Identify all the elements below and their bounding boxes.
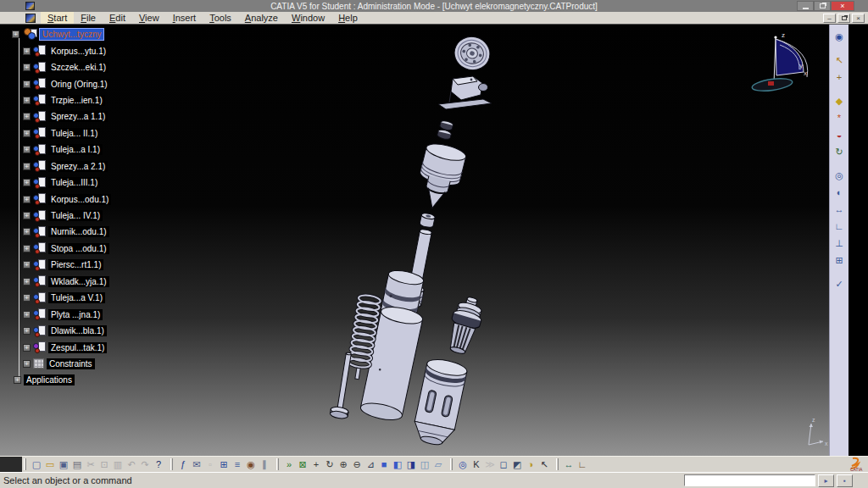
expand-icon[interactable]: + bbox=[23, 113, 31, 120]
power-input-field[interactable] bbox=[684, 474, 815, 486]
tree-row[interactable]: +Sprezy...a 2.1) bbox=[0, 158, 111, 175]
tree-row[interactable]: +Oring (Oring.1) bbox=[0, 75, 111, 92]
expand-icon[interactable]: + bbox=[23, 146, 31, 153]
toolbar-handle[interactable] bbox=[450, 458, 453, 470]
update-icon[interactable]: ↻ bbox=[832, 145, 847, 158]
rotate-icon[interactable]: ↻ bbox=[323, 458, 337, 471]
manipulation-icon[interactable]: + bbox=[832, 70, 847, 84]
minimize-button[interactable] bbox=[797, 1, 814, 11]
expand-icon[interactable]: + bbox=[23, 360, 31, 368]
part-pin[interactable] bbox=[330, 352, 358, 420]
film-icon[interactable]: ∥ bbox=[258, 458, 271, 471]
mdi-close-button[interactable]: × bbox=[852, 14, 865, 23]
expand-icon[interactable]: + bbox=[23, 228, 31, 236]
tree-row[interactable]: +Korpus...ytu.1) bbox=[0, 42, 111, 58]
turntable-icon[interactable]: ◎ bbox=[456, 458, 470, 471]
part-coupler[interactable] bbox=[420, 213, 436, 229]
relations-icon[interactable]: ≡ bbox=[231, 458, 244, 471]
expand-icon[interactable]: + bbox=[23, 196, 31, 203]
hide-show-icon[interactable]: K bbox=[470, 458, 483, 471]
toolbar-handle[interactable] bbox=[24, 458, 26, 470]
tree-row[interactable]: +Zespul...tak.1) bbox=[0, 339, 111, 355]
coincidence-constraint-icon[interactable]: ◎ bbox=[832, 169, 847, 182]
compass[interactable]: z y x bbox=[751, 31, 807, 93]
zoom-in-icon[interactable]: ⊕ bbox=[337, 458, 350, 471]
measure-item-icon[interactable]: ∟ bbox=[576, 458, 589, 471]
contact-constraint-icon[interactable]: ◐ bbox=[832, 186, 847, 199]
toolbar-handle[interactable] bbox=[170, 458, 173, 470]
lock-icon[interactable]: ◉ bbox=[244, 458, 258, 471]
tree-row[interactable]: +Szczek...eki.1) bbox=[0, 59, 111, 75]
part-bracket[interactable] bbox=[438, 76, 492, 109]
expand-icon[interactable]: + bbox=[23, 97, 31, 104]
offset-constraint-icon[interactable]: ↔ bbox=[832, 202, 847, 216]
measure-between-icon[interactable]: ↔ bbox=[562, 458, 576, 471]
explode-icon[interactable]: * bbox=[832, 111, 847, 125]
expand-icon[interactable]: + bbox=[23, 344, 31, 352]
expand-icon[interactable]: + bbox=[23, 179, 31, 186]
zoom-out-icon[interactable]: ⊖ bbox=[350, 458, 364, 471]
whats-this-icon[interactable]: ? bbox=[152, 458, 165, 471]
expand-icon[interactable]: + bbox=[23, 327, 31, 335]
open-icon[interactable]: ▭ bbox=[43, 458, 57, 471]
select-icon[interactable]: ↖ bbox=[832, 53, 847, 67]
tree-row[interactable]: +Korpus...odu.1) bbox=[0, 191, 111, 207]
status-button-2[interactable]: ▪ bbox=[837, 474, 853, 487]
formula-icon[interactable]: ƒ bbox=[176, 458, 190, 471]
menu-start[interactable]: Start bbox=[41, 12, 74, 24]
status-button-1[interactable]: ▸ bbox=[818, 474, 834, 487]
mdi-minimize-button[interactable]: – bbox=[823, 14, 836, 23]
menu-tools[interactable]: Tools bbox=[203, 12, 238, 24]
fix-together-icon[interactable]: ⊞ bbox=[832, 253, 847, 267]
product-structure-icon[interactable]: ◉ bbox=[832, 30, 847, 43]
tree-row[interactable]: +Constraints bbox=[0, 356, 111, 372]
expand-icon[interactable]: + bbox=[12, 30, 19, 38]
expand-icon[interactable]: + bbox=[23, 311, 31, 319]
quick-constraint-icon[interactable]: ✓ bbox=[832, 277, 847, 291]
expand-icon[interactable]: + bbox=[14, 376, 21, 384]
viewport[interactable]: z y x z x +Uchwyt...tyczny+Korpus...ytu.… bbox=[0, 25, 868, 456]
expand-icon[interactable]: + bbox=[23, 261, 31, 269]
tree-row[interactable]: +Tuleja... IV.1) bbox=[0, 208, 111, 224]
angle-constraint-icon[interactable]: ∟ bbox=[832, 219, 847, 233]
expand-icon[interactable]: + bbox=[23, 64, 31, 71]
tree-row[interactable]: +Tuleja...a I.1) bbox=[0, 141, 111, 158]
wireframe-view-icon[interactable]: ◨ bbox=[404, 458, 418, 471]
menu-edit[interactable]: Edit bbox=[103, 12, 132, 24]
expand-icon[interactable]: + bbox=[23, 245, 31, 252]
clash-icon[interactable]: ◒ bbox=[832, 128, 847, 141]
depth-effect-icon[interactable]: ◩ bbox=[510, 458, 524, 471]
design-table-icon[interactable]: ⊞ bbox=[217, 458, 231, 471]
3d-model-canvas[interactable]: z y x z x bbox=[0, 25, 868, 456]
tree-row[interactable]: +Applications bbox=[0, 372, 111, 388]
expand-icon[interactable]: + bbox=[23, 163, 31, 170]
tree-row[interactable]: +Piersc...rt1.1) bbox=[0, 257, 111, 273]
pan-icon[interactable]: + bbox=[309, 458, 323, 471]
tree-row[interactable]: +Uchwyt...tyczny bbox=[0, 26, 111, 42]
part-valve-stack[interactable] bbox=[443, 294, 487, 357]
new-document-icon[interactable]: ▢ bbox=[30, 458, 43, 471]
part-lower-body[interactable] bbox=[411, 357, 469, 448]
render-style-icon[interactable]: ▱ bbox=[431, 458, 445, 471]
tree-row[interactable]: +Tuleja... II.1) bbox=[0, 125, 111, 141]
fly-mode-icon[interactable]: » bbox=[282, 458, 296, 471]
tree-row[interactable]: +Tuleja...III.1) bbox=[0, 175, 111, 191]
part-upper-drum[interactable] bbox=[413, 141, 468, 213]
shaded-view-icon[interactable]: ■ bbox=[377, 458, 391, 471]
lighting-icon[interactable]: ◑ bbox=[524, 458, 537, 471]
part-cover-disc[interactable] bbox=[451, 33, 493, 74]
normal-view-icon[interactable]: ⊿ bbox=[364, 458, 377, 471]
menu-analyze[interactable]: Analyze bbox=[238, 12, 285, 24]
tree-row[interactable]: +Trzpie...ien.1) bbox=[0, 92, 111, 108]
menu-insert[interactable]: Insert bbox=[166, 12, 203, 24]
multi-view-icon[interactable]: ◫ bbox=[418, 458, 431, 471]
expand-icon[interactable]: + bbox=[23, 130, 31, 137]
magnifier-icon[interactable]: ◻ bbox=[497, 458, 510, 471]
toolbar-handle[interactable] bbox=[276, 458, 279, 470]
restore-button[interactable] bbox=[814, 1, 831, 11]
tree-row[interactable]: +Sprezy...a 1.1) bbox=[0, 108, 111, 125]
smart-move-icon[interactable]: ◆ bbox=[832, 94, 847, 108]
expand-icon[interactable]: + bbox=[23, 47, 31, 55]
expand-icon[interactable]: + bbox=[23, 80, 31, 88]
tree-row[interactable]: +Tuleja...a V.1) bbox=[0, 290, 111, 306]
